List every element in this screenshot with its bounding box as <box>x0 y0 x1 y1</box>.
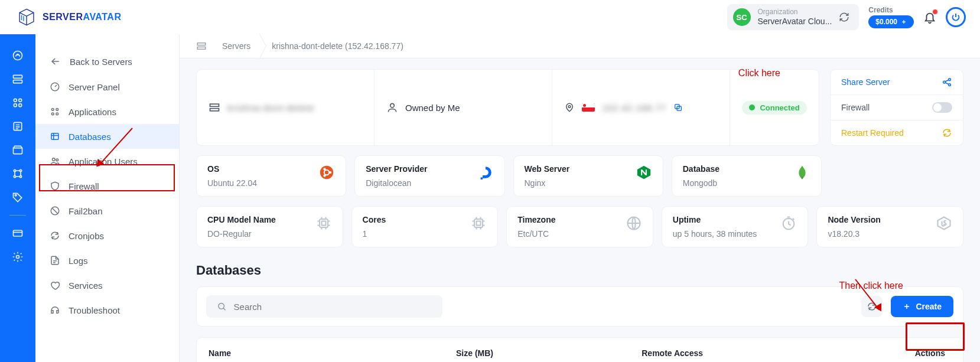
topbar: SERVERAVATAR SC Organization ServerAvata… <box>0 0 980 34</box>
svg-point-40 <box>324 175 326 177</box>
svg-point-9 <box>14 169 15 171</box>
refresh-icon[interactable] <box>839 12 849 22</box>
rail-billing[interactable] <box>7 223 28 244</box>
create-button[interactable]: Create <box>891 296 953 317</box>
owned-by-text: Owned by Me <box>405 103 460 113</box>
sidebar-databases[interactable]: Databases <box>35 124 179 149</box>
sidebar-applications[interactable]: Applications <box>35 99 179 124</box>
owned-by-cell: Owned by Me <box>375 70 552 145</box>
stat-node: Node Versionv18.20.3 <box>816 206 963 247</box>
search-input[interactable] <box>234 302 432 312</box>
organization-switcher[interactable]: SC Organization ServerAvatar Clou... <box>727 4 859 30</box>
refresh-button[interactable] <box>861 296 883 317</box>
rail-list[interactable] <box>7 116 28 137</box>
firewall-toggle[interactable] <box>932 102 952 113</box>
sidebar-firewall[interactable]: Firewall <box>35 174 179 198</box>
credits-pill[interactable]: $0.000 <box>868 15 914 28</box>
server-name-cell: krishna-dont-delete <box>197 70 375 145</box>
breadcrumb-servers[interactable]: Servers <box>211 41 261 51</box>
svg-rect-26 <box>197 47 206 50</box>
gauge-icon <box>50 81 60 92</box>
copy-icon[interactable] <box>673 103 683 112</box>
sidebar-server-panel[interactable]: Server Panel <box>35 74 179 99</box>
status-pill: Connected <box>742 101 806 115</box>
svg-rect-21 <box>51 133 58 140</box>
sidebar-item-label: Firewall <box>69 181 99 191</box>
rail-network[interactable] <box>7 163 28 184</box>
svg-point-39 <box>324 168 326 171</box>
stat-label: CPU Model Name <box>207 215 276 224</box>
sidebar-cronjobs[interactable]: Cronjobs <box>35 223 179 248</box>
brand-logo[interactable]: SERVERAVATAR <box>17 7 121 27</box>
stat-label: Database <box>683 164 719 174</box>
back-to-servers[interactable]: Back to Servers <box>35 48 179 74</box>
firewall-toggle-row[interactable]: Firewall <box>831 95 963 120</box>
svg-rect-41 <box>483 175 486 178</box>
plus-icon <box>903 302 911 311</box>
create-label: Create <box>916 302 942 311</box>
breadcrumb: Servers krishna-dont-delete (152.42.168.… <box>180 34 980 58</box>
search-box[interactable] <box>206 295 442 318</box>
server-name-blur: krishna-dont-delete <box>227 103 314 113</box>
sidebar-item-label: Applications <box>69 107 116 117</box>
power-button[interactable] <box>946 7 966 27</box>
stat-value: Nginx <box>525 178 570 188</box>
rail-apps[interactable] <box>7 92 28 113</box>
rail-tags[interactable] <box>7 187 28 208</box>
svg-marker-50 <box>938 217 950 230</box>
svg-point-12 <box>19 175 21 177</box>
stat-database: DatabaseMongodb <box>672 155 822 197</box>
ip-blur: 152.42.168.77 <box>602 103 666 113</box>
location-cell: 152.42.168.77 <box>552 70 730 145</box>
svg-point-11 <box>14 175 15 177</box>
stat-label: Server Provider <box>366 164 427 174</box>
logo-text: SERVERAVATAR <box>43 12 121 22</box>
sidebar-logs[interactable]: Logs <box>35 248 179 273</box>
stat-value: up 5 hours, 38 minutes <box>673 229 757 239</box>
breadcrumb-home-icon[interactable] <box>196 41 211 51</box>
credits-box[interactable]: Credits $0.000 <box>868 6 914 29</box>
plus-icon <box>901 19 907 25</box>
share-server-label: Share Server <box>841 77 890 87</box>
sidebar-fail2ban[interactable]: Fail2ban <box>35 198 179 223</box>
sidebar-services[interactable]: Services <box>35 273 179 298</box>
notifications-button[interactable] <box>923 11 936 24</box>
server-icon <box>209 102 220 113</box>
rail-dashboard[interactable] <box>7 45 28 66</box>
svg-rect-3 <box>14 80 22 83</box>
rail-separator <box>9 215 26 216</box>
nodejs-icon <box>936 215 952 231</box>
share-icon <box>942 77 952 87</box>
rail-settings[interactable] <box>7 246 28 268</box>
svg-point-18 <box>56 108 58 110</box>
sidebar-item-label: Server Panel <box>69 82 120 92</box>
file-icon <box>50 255 60 266</box>
svg-rect-2 <box>14 75 22 78</box>
share-server-row[interactable]: Share Server <box>831 70 963 95</box>
sidebar-item-label: Application Users <box>69 156 138 167</box>
svg-rect-27 <box>210 105 219 107</box>
svg-point-15 <box>17 256 19 259</box>
globe-icon <box>626 215 642 231</box>
notification-dot <box>933 9 937 14</box>
sidebar-application-users[interactable]: Application Users <box>35 149 179 174</box>
stat-label: OS <box>207 164 257 174</box>
nav-rail <box>0 34 35 362</box>
rail-storage[interactable] <box>7 139 28 161</box>
back-label: Back to Servers <box>70 57 132 67</box>
restart-required-row[interactable]: Restart Required <box>831 120 963 145</box>
stat-label: Web Server <box>525 164 570 174</box>
svg-point-23 <box>56 159 58 161</box>
status-cell: Connected <box>730 70 819 145</box>
nginx-icon <box>636 164 652 181</box>
power-icon <box>951 12 961 22</box>
sidebar-troubleshoot[interactable]: Troubleshoot <box>35 298 179 322</box>
ban-icon <box>50 206 60 216</box>
stat-os: OSUbuntu 22.04 <box>196 155 346 197</box>
rail-servers[interactable] <box>7 69 28 90</box>
stat-timezone: TimezoneEtc/UTC <box>506 206 653 247</box>
stat-value: 1 <box>363 229 386 239</box>
restart-label: Restart Required <box>841 128 904 138</box>
org-name: ServerAvatar Clou... <box>758 17 832 27</box>
sidebar-item-label: Troubleshoot <box>69 305 120 315</box>
